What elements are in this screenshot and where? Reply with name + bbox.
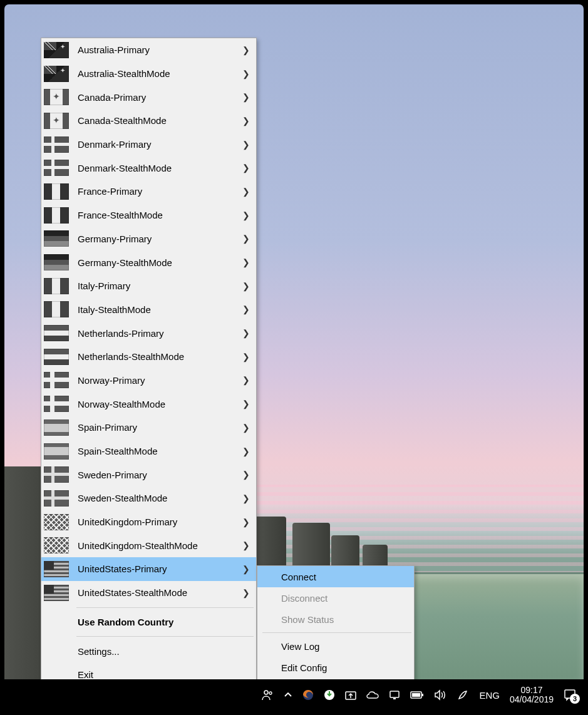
- svg-rect-5: [390, 691, 399, 697]
- tray-overflow-icon[interactable]: [284, 691, 292, 699]
- svg-rect-9: [412, 693, 420, 697]
- server-item-label: Australia-StealthMode: [78, 68, 237, 79]
- chevron-right-icon: ❯: [237, 446, 250, 456]
- flag-fr-icon: [44, 207, 69, 224]
- server-item-label: UnitedKingdom-Primary: [78, 517, 237, 527]
- chevron-right-icon: ❯: [237, 493, 250, 503]
- chevron-right-icon: ❯: [237, 328, 250, 338]
- taskbar-clock[interactable]: 09:17 04/04/2019: [510, 686, 554, 705]
- server-item-sweden-primary[interactable]: Sweden-Primary❯: [41, 463, 256, 486]
- flag-dk-icon: [44, 160, 69, 176]
- submenu-view-log[interactable]: View Log: [257, 635, 414, 657]
- flag-no-icon: [44, 396, 69, 412]
- chevron-right-icon: ❯: [237, 92, 250, 102]
- server-item-label: UnitedKingdom-StealthMode: [78, 540, 237, 551]
- submenu-separator: [262, 632, 411, 633]
- menu-use-random-country[interactable]: Use Random Country: [41, 610, 256, 634]
- server-item-label: Germany-StealthMode: [78, 257, 237, 268]
- server-item-norway-stealthmode[interactable]: Norway-StealthMode❯: [41, 392, 256, 416]
- server-item-france-stealthmode[interactable]: France-StealthMode❯: [41, 203, 256, 227]
- server-item-italy-primary[interactable]: Italy-Primary❯: [41, 274, 256, 298]
- flag-se-icon: [44, 490, 69, 507]
- vpn-context-menu: Australia-Primary❯Australia-StealthMode❯…: [41, 38, 257, 687]
- chevron-right-icon: ❯: [237, 234, 250, 244]
- chevron-right-icon: ❯: [237, 423, 250, 433]
- flag-nl-icon: [44, 325, 69, 341]
- server-item-label: Norway-Primary: [78, 375, 237, 386]
- server-item-label: Germany-Primary: [78, 234, 237, 244]
- server-item-canada-stealthmode[interactable]: Canada-StealthMode❯: [41, 109, 256, 133]
- flag-us-icon: [44, 585, 69, 601]
- submenu-connect-label: Connect: [281, 572, 408, 582]
- battery-icon[interactable]: [410, 691, 424, 699]
- server-item-label: Denmark-StealthMode: [78, 163, 237, 173]
- server-item-spain-primary[interactable]: Spain-Primary❯: [41, 416, 256, 440]
- server-item-netherlands-primary[interactable]: Netherlands-Primary❯: [41, 321, 256, 345]
- firefox-icon[interactable]: [302, 689, 314, 701]
- submenu-show-status: Show Status: [257, 609, 414, 630]
- server-item-label: Netherlands-StealthMode: [78, 351, 237, 362]
- flag-us-icon: [44, 561, 69, 577]
- submenu-disconnect: Disconnect: [257, 587, 414, 609]
- chevron-right-icon: ❯: [237, 163, 250, 173]
- svg-rect-8: [422, 694, 423, 696]
- action-center-icon[interactable]: 3: [564, 689, 576, 701]
- clock-date: 04/04/2019: [510, 695, 554, 704]
- flag-au-icon: [44, 42, 69, 58]
- download-icon[interactable]: [324, 689, 335, 701]
- svg-point-0: [264, 691, 268, 694]
- chevron-right-icon: ❯: [237, 116, 250, 126]
- server-item-unitedstates-primary[interactable]: UnitedStates-Primary❯: [41, 557, 256, 581]
- chevron-right-icon: ❯: [237, 257, 250, 267]
- volume-icon[interactable]: [434, 689, 446, 701]
- server-item-label: Australia-Primary: [78, 44, 237, 55]
- chevron-right-icon: ❯: [237, 375, 250, 385]
- pen-icon[interactable]: [456, 689, 469, 701]
- chevron-right-icon: ❯: [237, 399, 250, 409]
- flag-dk-icon: [44, 136, 69, 153]
- server-item-sweden-stealthmode[interactable]: Sweden-StealthMode❯: [41, 486, 256, 510]
- flag-uk-icon: [44, 537, 69, 553]
- menu-exit-label: Exit: [78, 669, 250, 680]
- server-item-germany-stealthmode[interactable]: Germany-StealthMode❯: [41, 250, 256, 274]
- chevron-right-icon: ❯: [237, 69, 250, 79]
- menu-use-random-country-label: Use Random Country: [78, 617, 250, 627]
- submenu-connect[interactable]: Connect: [257, 566, 414, 587]
- chevron-right-icon: ❯: [237, 517, 250, 527]
- server-item-label: UnitedStates-Primary: [78, 563, 237, 574]
- server-item-label: Sweden-Primary: [78, 470, 237, 480]
- server-item-italy-stealthmode[interactable]: Italy-StealthMode❯: [41, 298, 256, 322]
- server-item-denmark-primary[interactable]: Denmark-Primary❯: [41, 133, 256, 157]
- flag-de-icon: [44, 230, 69, 247]
- menu-settings[interactable]: Settings...: [41, 639, 256, 663]
- menu-separator: [76, 636, 254, 637]
- submenu-show-status-label: Show Status: [281, 614, 408, 625]
- flag-es-icon: [44, 419, 69, 436]
- server-item-denmark-stealthmode[interactable]: Denmark-StealthMode❯: [41, 156, 256, 180]
- server-item-unitedkingdom-primary[interactable]: UnitedKingdom-Primary❯: [41, 510, 256, 534]
- server-item-label: Netherlands-Primary: [78, 328, 237, 339]
- desktop: Australia-Primary❯Australia-StealthMode❯…: [3, 3, 585, 712]
- server-item-france-primary[interactable]: France-Primary❯: [41, 180, 256, 203]
- language-indicator[interactable]: ENG: [479, 690, 500, 701]
- server-item-label: Canada-StealthMode: [78, 115, 237, 126]
- server-item-canada-primary[interactable]: Canada-Primary❯: [41, 85, 256, 109]
- server-item-unitedkingdom-stealthmode[interactable]: UnitedKingdom-StealthMode❯: [41, 533, 256, 557]
- onedrive-icon[interactable]: [366, 691, 379, 699]
- people-icon[interactable]: [261, 689, 274, 701]
- update-icon[interactable]: [345, 689, 356, 701]
- server-item-australia-stealthmode[interactable]: Australia-StealthMode❯: [41, 62, 256, 86]
- server-item-germany-primary[interactable]: Germany-Primary❯: [41, 227, 256, 251]
- server-item-spain-stealthmode[interactable]: Spain-StealthMode❯: [41, 440, 256, 463]
- submenu-edit-config[interactable]: Edit Config: [257, 657, 414, 678]
- server-item-netherlands-stealthmode[interactable]: Netherlands-StealthMode❯: [41, 345, 256, 369]
- server-item-norway-primary[interactable]: Norway-Primary❯: [41, 369, 256, 393]
- menu-separator: [76, 607, 254, 608]
- vpn-tray-icon[interactable]: [389, 689, 400, 701]
- server-item-australia-primary[interactable]: Australia-Primary❯: [41, 38, 256, 62]
- chevron-right-icon: ❯: [237, 281, 250, 291]
- server-item-label: Spain-Primary: [78, 422, 237, 433]
- chevron-right-icon: ❯: [237, 140, 250, 150]
- chevron-right-icon: ❯: [237, 564, 250, 574]
- server-item-unitedstates-stealthmode[interactable]: UnitedStates-StealthMode❯: [41, 581, 256, 605]
